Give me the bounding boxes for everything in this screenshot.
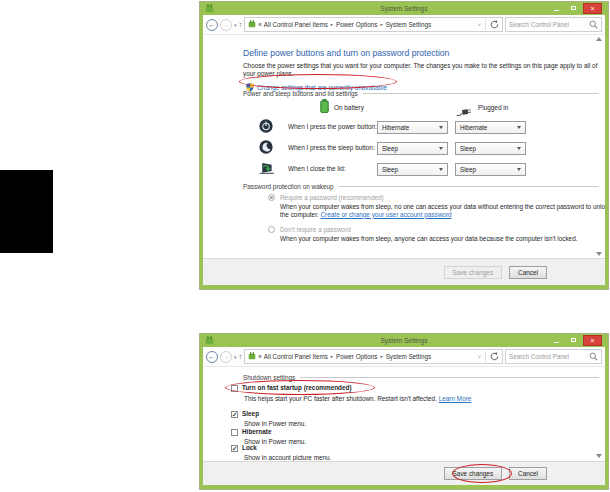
breadcrumb-item-power-options[interactable]: Power Options <box>336 21 377 28</box>
checkbox-lock[interactable]: ✓ <box>231 445 238 452</box>
require-password-description: When your computer wakes from sleep, no … <box>280 203 605 218</box>
refresh-icon[interactable] <box>490 352 499 362</box>
up-button[interactable]: ↑ <box>239 20 243 29</box>
column-header-plugged-in: Plugged in <box>478 104 508 112</box>
chevron-down-icon <box>439 168 443 171</box>
button-bar: Save changes Cancel <box>203 461 605 485</box>
lock-option-label: Lock <box>242 444 257 451</box>
refresh-icon[interactable] <box>490 20 499 30</box>
breadcrumb[interactable]: « All Control Panel Items ▸ Power Option… <box>244 349 503 364</box>
breadcrumb-prefix[interactable]: « <box>258 353 262 360</box>
location-icon <box>248 352 256 361</box>
breadcrumb-item-system-settings[interactable]: System Settings <box>386 353 432 360</box>
search-icon[interactable] <box>589 20 598 30</box>
maximize-button[interactable] <box>566 335 580 345</box>
address-dropdown-icon[interactable]: ˅ <box>478 22 481 28</box>
dont-require-password-description: When your computer wakes from sleep, any… <box>280 235 605 243</box>
cancel-button[interactable]: Cancel <box>509 467 547 480</box>
address-bar: ← → ▾ ↑ « All Control Panel Items ▸ Powe… <box>203 15 605 35</box>
breadcrumb-separator-icon: ▸ <box>330 22 334 27</box>
fast-startup-description: This helps start your PC faster after sh… <box>244 395 471 402</box>
page-title: Define power buttons and turn on passwor… <box>243 48 449 58</box>
fast-startup-label: Turn on fast startup (recommended) <box>242 384 352 391</box>
sleep-option-description: Show in Power menu. <box>244 420 306 427</box>
radio-dont-require-password-label: Don't require a password <box>280 226 351 234</box>
select-close-lid-on-battery[interactable]: Sleep <box>377 163 448 176</box>
window-title: System Settings <box>203 5 605 12</box>
sleep-button-icon <box>259 140 273 158</box>
sleep-option-label: Sleep <box>242 410 259 417</box>
learn-more-link[interactable]: Learn More <box>439 395 472 402</box>
radio-require-password-label: Require a password (recommended) <box>280 194 384 202</box>
breadcrumb-item-system-settings[interactable]: System Settings <box>386 21 432 28</box>
row-label-close-lid: When I close the lid: <box>288 165 346 173</box>
forward-button[interactable]: → <box>220 19 232 31</box>
breadcrumb-prefix[interactable]: « <box>258 21 262 28</box>
power-button-icon <box>259 119 273 137</box>
cancel-button[interactable]: Cancel <box>509 266 547 279</box>
breadcrumb[interactable]: « All Control Panel Items ▸ Power Option… <box>244 17 503 32</box>
row-label-sleep-button: When I press the sleep button: <box>288 144 375 152</box>
search-input[interactable] <box>509 21 589 28</box>
up-button[interactable]: ↑ <box>239 352 243 361</box>
breadcrumb-separator-icon: ▸ <box>379 22 383 27</box>
radio-require-password[interactable] <box>268 194 275 201</box>
maximize-button[interactable] <box>566 3 580 13</box>
battery-icon <box>320 99 329 117</box>
select-power-button-on-battery[interactable]: Hibernate <box>377 121 448 134</box>
back-button[interactable]: ← <box>206 351 218 363</box>
section-password-protection: Password protection on wakeup <box>243 183 599 190</box>
system-settings-window-top: System Settings × ← → ▾ ↑ « All Control … <box>200 2 608 289</box>
page-edge-tab <box>0 170 53 253</box>
close-button[interactable]: × <box>583 3 602 14</box>
history-dropdown-icon[interactable]: ▾ <box>234 22 237 28</box>
address-dropdown-icon[interactable]: ˅ <box>478 354 481 360</box>
shutdown-settings-content: Shutdown settings Turn on fast startup (… <box>203 367 605 461</box>
back-button[interactable]: ← <box>206 19 218 31</box>
radio-dont-require-password[interactable] <box>268 226 275 233</box>
button-bar: Save changes Cancel <box>203 258 605 285</box>
breadcrumb-item-control-panel[interactable]: All Control Panel Items <box>264 353 328 360</box>
manual-page: System Settings × ← → ▾ ↑ « All Control … <box>0 0 610 492</box>
system-settings-window-bottom: System Settings × ← → ▾ ↑ « All Control … <box>200 334 608 489</box>
save-changes-button[interactable]: Save changes <box>444 467 503 480</box>
change-account-password-link[interactable]: Create or change your user account passw… <box>321 211 452 218</box>
search-input[interactable] <box>509 353 589 360</box>
hibernate-option-label: Hibernate <box>242 428 271 435</box>
search-box[interactable] <box>505 17 602 32</box>
titlebar: System Settings × <box>203 2 605 15</box>
select-power-button-plugged-in[interactable]: Hibernate <box>455 121 526 134</box>
scroll-down-arrow[interactable] <box>596 252 602 256</box>
chevron-down-icon <box>517 168 521 171</box>
minimize-button[interactable] <box>549 335 563 345</box>
section-shutdown-settings: Shutdown settings <box>243 374 599 381</box>
chevron-down-icon <box>517 147 521 150</box>
scroll-down-arrow[interactable] <box>596 454 602 458</box>
close-lid-icon <box>258 161 275 179</box>
chevron-down-icon <box>439 147 443 150</box>
location-icon <box>248 20 256 29</box>
search-box[interactable] <box>505 349 602 364</box>
select-close-lid-plugged-in[interactable]: Sleep <box>455 163 526 176</box>
breadcrumb-item-control-panel[interactable]: All Control Panel Items <box>264 21 328 28</box>
search-icon[interactable] <box>589 352 598 362</box>
breadcrumb-item-power-options[interactable]: Power Options <box>336 353 377 360</box>
titlebar: System Settings × <box>203 334 605 347</box>
scroll-up-arrow[interactable] <box>596 37 602 41</box>
window-title: System Settings <box>203 337 605 344</box>
lock-option-description: Show in account picture menu. <box>244 454 331 461</box>
forward-button[interactable]: → <box>220 351 232 363</box>
save-changes-button: Save changes <box>444 266 503 279</box>
minimize-button[interactable] <box>549 3 563 13</box>
checkbox-sleep[interactable]: ✓ <box>231 411 238 418</box>
select-sleep-button-on-battery[interactable]: Sleep <box>377 142 448 155</box>
history-dropdown-icon[interactable]: ▾ <box>234 354 237 360</box>
chevron-down-icon <box>517 126 521 129</box>
close-button[interactable]: × <box>583 335 602 346</box>
checkbox-fast-startup[interactable] <box>231 385 238 392</box>
column-header-on-battery: On battery <box>334 104 364 112</box>
checkbox-hibernate[interactable] <box>231 429 238 436</box>
section-power-sleep: Power and sleep buttons and lid settings <box>243 90 599 97</box>
select-sleep-button-plugged-in[interactable]: Sleep <box>455 142 526 155</box>
row-label-power-button: When I press the power button: <box>288 123 377 131</box>
